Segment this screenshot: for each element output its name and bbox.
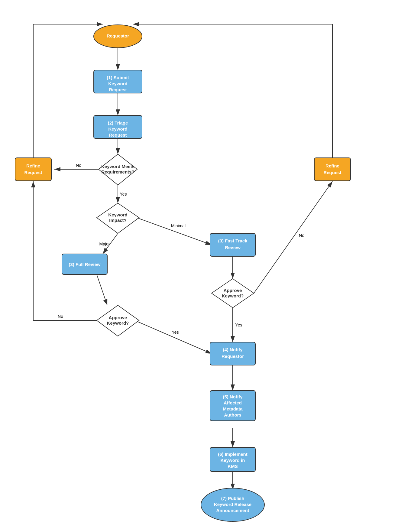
node-full-review: (3) Full Review [62,254,107,274]
notifyauthors-line1: (5) Notify [223,394,243,399]
refine-left-line1: Refine [26,163,40,168]
label-no-meets: No [76,163,81,168]
implement-line2: Keyword in [221,458,245,463]
node-refine-left: Refine Request [15,158,51,181]
node-refine-right: Refine Request [314,158,351,181]
triage-line3: Request [109,132,127,138]
node-requestor: Requestor [94,25,142,48]
label-yes-meets: Yes [120,192,127,196]
node-publish: (7) Publish Keyword Release Announcement [201,488,264,521]
label-yes-approvefull: Yes [172,330,179,335]
submit-line1: (1) Submit [107,75,129,80]
node-submit: (1) Submit Keyword Request [94,70,142,93]
arrow-approvefull-notifyreq [135,320,212,354]
approvefull-line1: Approve [109,315,127,320]
arrow-approvefast-refine-right [254,181,332,293]
node-approve-fast: Approve Keyword? [212,279,254,308]
node-notify-requestor: (4) Notify Requestor [210,342,255,365]
publish-line2: Keyword Release [214,502,251,507]
node-keyword-impact: Keyword Impact? [97,203,139,233]
node-implement: (6) Implement Keyword in KMS [210,447,255,472]
label-major: Major [99,242,110,246]
fasttrack-line1: (3) Fast Track [218,238,248,243]
triage-line1: (2) Triage [108,120,128,125]
notifyauthors-line4: Authors [224,412,241,417]
submit-line2: Keyword [108,81,127,86]
approvefast-line1: Approve [224,288,242,293]
node-meets-requirements: Keyword Meets Requirements? [99,154,137,185]
publish-line3: Announcement [216,508,249,513]
flowchart-diagram: No Yes Minimal Major No Yes No Yes [0,0,411,532]
svg-rect-5 [15,158,51,181]
notifyauthors-line2: Affected [224,400,242,405]
arrow-impact-fasttrack [137,218,212,245]
notifyauthors-line3: Metadata [223,406,243,411]
label-no-approvefull: No [58,314,63,319]
node-notify-authors: (5) Notify Affected Metadata Authors [210,391,255,421]
node-approve-full: Approve Keyword? [97,305,139,336]
label-yes-approvefast: Yes [235,323,242,327]
notifyreq-line2: Requestor [222,354,244,359]
approvefull-line2: Keyword? [107,320,129,326]
impact-line2: Impact? [109,218,127,223]
node-fast-track: (3) Fast Track Review [210,233,255,256]
implement-line3: KMS [228,464,238,469]
triage-line2: Keyword [108,126,127,131]
submit-line3: Request [109,87,127,92]
svg-rect-11 [314,158,351,181]
refine-right-line1: Refine [325,163,339,168]
arrow-approvefull-no [33,181,102,320]
requestor-label: Requestor [107,33,129,38]
implement-line1: (6) Implement [218,452,248,457]
arrow-refine-requestor [33,24,103,158]
impact-line1: Keyword [108,212,127,217]
notifyreq-line1: (4) Notify [223,347,243,352]
meets-req-line2: Requirements? [101,169,134,174]
label-no-approvefast: No [299,233,304,238]
fullreview-label: (3) Full Review [69,262,100,267]
fasttrack-line2: Review [225,245,241,250]
refine-left-line2: Request [24,170,42,175]
meets-req-line1: Keyword Meets [101,164,134,169]
approvefast-line2: Keyword? [222,293,244,298]
publish-line1: (7) Publish [221,496,244,501]
label-minimal: Minimal [171,223,186,228]
arrow-fullreview-approvefull [97,274,107,305]
refine-right-line2: Request [323,170,341,175]
arrow-refine-right-requestor [133,24,332,158]
node-triage: (2) Triage Keyword Request [94,115,142,138]
